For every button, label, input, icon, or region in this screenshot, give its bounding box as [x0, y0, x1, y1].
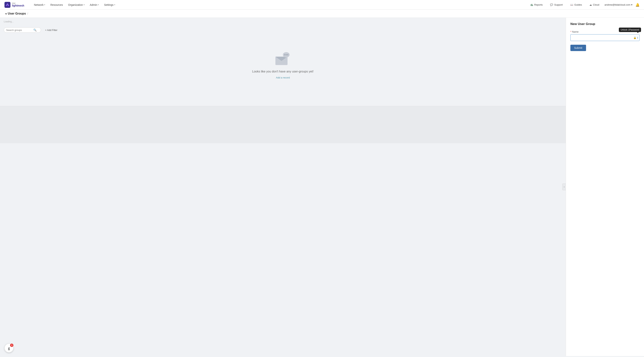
logo-icon: [4, 2, 10, 8]
svg-point-8: [286, 54, 287, 55]
svg-rect-3: [532, 5, 533, 6]
search-input[interactable]: [6, 29, 32, 32]
cloud-icon: ☁: [590, 3, 592, 6]
breadcrumb-separator: /: [28, 12, 28, 15]
svg-rect-1: [531, 4, 531, 6]
navbar: tidal lightmesh Network ▾ Resources Orga…: [0, 0, 644, 10]
svg-point-7: [284, 54, 285, 55]
nav-settings[interactable]: Settings ▾: [102, 2, 118, 8]
empty-illustration-svg: [274, 50, 292, 67]
guides-icon: 📖: [570, 3, 573, 6]
logo-lightmesh-text: lightmesh: [12, 4, 24, 7]
main-container: Loading... 🔍 + Add Filter: [0, 18, 644, 356]
gist-badge-count: 3: [10, 344, 14, 347]
breadcrumb-back[interactable]: ◄ User Groups: [4, 12, 26, 15]
input-icons: 🔒 ℹ: [634, 36, 638, 39]
svg-point-9: [287, 54, 288, 55]
submit-button[interactable]: Submit: [570, 45, 586, 51]
lock-icon: 🔒: [634, 36, 636, 39]
settings-chevron: ▾: [114, 4, 115, 6]
breadcrumb-bar: ◄ User Groups /: [0, 10, 644, 18]
admin-chevron: ▾: [98, 4, 99, 6]
search-icon: 🔍: [33, 28, 36, 32]
svg-rect-2: [532, 4, 532, 6]
back-arrow-icon: ◄: [4, 12, 7, 15]
right-panel-title: New User Group: [570, 22, 640, 26]
bottom-section: [0, 106, 566, 143]
empty-state-message: Looks like you don't have any user-group…: [252, 70, 314, 73]
nav-cloud[interactable]: ☁ Cloud: [587, 2, 602, 7]
left-panel: Loading... 🔍 + Add Filter: [0, 18, 566, 356]
search-box: 🔍: [4, 28, 41, 32]
nav-support[interactable]: 💬 Support: [548, 2, 565, 7]
collapse-arrow-icon: ›: [564, 186, 564, 188]
nav-resources[interactable]: Resources: [48, 2, 65, 8]
loading-text: Loading...: [4, 20, 14, 23]
add-record-link[interactable]: Add a record: [276, 76, 290, 79]
nav-admin[interactable]: Admin ▾: [88, 2, 101, 8]
notification-bell-icon[interactable]: 🔔: [636, 3, 640, 7]
app-logo[interactable]: tidal lightmesh: [4, 2, 24, 8]
nav-guides[interactable]: 📖 Guides: [568, 2, 584, 7]
gist-widget[interactable]: g 3: [4, 344, 14, 352]
user-menu-chevron: ▾: [631, 3, 632, 6]
name-required-marker: *: [570, 30, 571, 33]
navbar-right: Reports 💬 Support 📖 Guides ☁ Cloud andre…: [528, 2, 640, 7]
nav-reports[interactable]: Reports: [528, 2, 545, 7]
gist-icon-char: g: [8, 346, 10, 350]
name-field: * Name Unlock 1Password 🔒 ℹ: [570, 30, 640, 41]
empty-state-illustration: [274, 50, 292, 67]
name-input[interactable]: [570, 34, 640, 41]
right-panel: New User Group * Name Unlock 1Password 🔒…: [566, 18, 644, 356]
add-filter-button[interactable]: + Add Filter: [43, 28, 59, 32]
info-icon[interactable]: ℹ: [637, 36, 638, 39]
nav-network[interactable]: Network ▾: [32, 2, 47, 8]
support-icon: 💬: [550, 3, 553, 6]
user-menu[interactable]: andrew@tidalcloud.com ▾: [604, 3, 632, 6]
breadcrumb-title: User Groups: [8, 12, 26, 15]
nav-organization[interactable]: Organization ▾: [66, 2, 87, 8]
reports-icon: [530, 4, 533, 6]
empty-state: Looks like you don't have any user-group…: [0, 35, 566, 94]
name-input-wrapper: Unlock 1Password 🔒 ℹ: [570, 34, 640, 41]
toolbar: Loading...: [0, 18, 566, 27]
network-chevron: ▾: [44, 4, 45, 6]
main-nav: Network ▾ Resources Organization ▾ Admin…: [32, 2, 528, 8]
onepassword-tooltip: Unlock 1Password: [619, 28, 641, 32]
organization-chevron: ▾: [84, 4, 84, 6]
collapse-panel-button[interactable]: ›: [562, 184, 566, 190]
